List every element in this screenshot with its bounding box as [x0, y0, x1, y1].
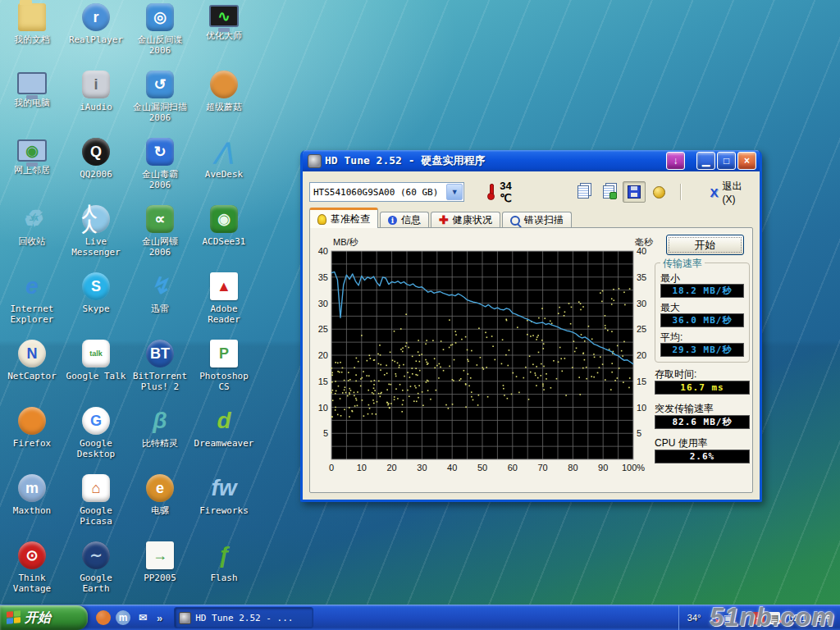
info-icon: i	[388, 216, 397, 225]
desktop-icon-pp2005[interactable]: →PP2005	[128, 541, 192, 609]
download-arrow-button[interactable]: ↓	[666, 152, 685, 170]
hdtune-app-icon	[308, 154, 322, 168]
desktop-icon-bittorrent-plus-2[interactable]: BTBitTorrent Plus! 2	[128, 340, 192, 407]
quicklaunch-mail-icon[interactable]: ✉	[135, 610, 150, 625]
tab-info[interactable]: i信息	[380, 212, 429, 228]
desktop-icon-my-computer[interactable]: 我的电脑	[0, 71, 64, 138]
desktop-icon-fireworks[interactable]: fwFireworks	[192, 474, 256, 541]
desktop-icon-google-desktop[interactable]: GGoogle Desktop	[64, 407, 128, 474]
desktop-icon-label: Skype	[82, 304, 109, 314]
desktop-icon-photoshop-cs[interactable]: PPhotoshop CS	[192, 340, 256, 407]
desktop-icon-google-talk[interactable]: talkGoogle Talk	[64, 340, 128, 407]
tab-health[interactable]: ✚健康状况	[431, 212, 500, 228]
desktop-icon-qq2006[interactable]: QQQ2006	[64, 138, 128, 205]
desktop-icon-label: ACDSee31	[203, 236, 246, 247]
desktop-icon-kingsoft-duba-2006[interactable]: ↻金山毒霸 2006	[128, 138, 192, 205]
desktop-icon-skype[interactable]: SSkype	[64, 272, 128, 340]
svg-text:40: 40	[637, 246, 646, 256]
my-documents-icon	[18, 3, 46, 31]
desktop-icon-internet-explorer[interactable]: eInternet Explorer	[0, 272, 64, 340]
copy-button[interactable]	[572, 181, 595, 203]
desktop-icon-live-messenger[interactable]: 人人Live Messenger	[64, 205, 128, 272]
tab-benchmark[interactable]: 基准检查	[309, 208, 378, 228]
svg-text:30: 30	[318, 299, 328, 308]
desktop-icon-google-picasa[interactable]: ⌂Google Picasa	[64, 474, 128, 541]
network-places-icon: ◉	[17, 139, 47, 162]
desktop-icon-avedesk[interactable]: ⋀AveDesk	[192, 138, 256, 205]
desktop-icon-label: Dreamweaver	[194, 438, 254, 449]
svg-text:MB/秒: MB/秒	[333, 237, 359, 247]
quicklaunch-browser-icon[interactable]	[96, 610, 111, 625]
desktop-icon-firefox[interactable]: Firefox	[0, 407, 64, 474]
desktop-icon-label: 回收站	[19, 236, 46, 247]
quick-launch-chevron-icon[interactable]: »	[157, 612, 162, 624]
desktop-icon-super-mushroom[interactable]: 超级蘑菇	[192, 71, 256, 138]
desktop-icon-iaudio[interactable]: iiAudio	[64, 71, 128, 138]
desktop-icon-realplayer[interactable]: rRealPlayer	[64, 3, 128, 71]
desktop-icon-label: 超级蘑菇	[206, 102, 242, 112]
options-button[interactable]	[648, 181, 671, 203]
minimize-button[interactable]: ▁	[696, 152, 715, 170]
tab-error-scan[interactable]: 错误扫描	[502, 212, 572, 228]
tab-label: 基准检查	[331, 212, 370, 226]
tab-label: 健康状况	[453, 213, 492, 227]
chevron-down-icon[interactable]: ▼	[446, 184, 463, 200]
live-messenger-icon: 人人	[82, 205, 110, 233]
svg-text:35: 35	[637, 272, 646, 282]
thinkvantage-icon: ⊙	[18, 541, 46, 569]
desktop-icon-label: 迅雷	[151, 304, 169, 314]
bulb-icon	[317, 214, 326, 225]
desktop-icon-xunlei[interactable]: ↯迅雷	[128, 272, 192, 340]
desktop-icon-google-earth[interactable]: ∼Google Earth	[64, 541, 128, 609]
my-computer-icon	[17, 72, 47, 94]
tab-label: 错误扫描	[524, 213, 564, 227]
photoshop-cs-icon: P	[210, 340, 238, 368]
burst-rate-value: 82.6 MB/秒	[655, 415, 750, 429]
avedesk-icon: ⋀	[210, 138, 238, 166]
desktop-icon-kingsoft-antispy-2006[interactable]: ◎金山反间谍 2006	[128, 3, 192, 71]
drive-select-combo[interactable]: HTS541060G9SA00 (60 GB) ▼	[309, 182, 464, 202]
quicklaunch-maxthon-icon[interactable]: m	[116, 610, 130, 625]
start-menu-button[interactable]: 开始	[0, 605, 88, 630]
desktop-icon-label: Google Desktop	[77, 438, 115, 459]
tools-icon	[653, 186, 665, 199]
titlebar[interactable]: HD Tune 2.52 - 硬盘实用程序 ↓▁□×	[303, 150, 760, 171]
desktop-icon-label: 电骡	[151, 505, 169, 516]
desktop-icon-flash[interactable]: ƒFlash	[192, 541, 256, 609]
desktop-icon-emule[interactable]: e电骡	[128, 474, 192, 541]
desktop-icon-network-places[interactable]: ◉网上邻居	[0, 138, 64, 205]
maxthon-icon: m	[18, 474, 46, 502]
hdtune-window: HD Tune 2.52 - 硬盘实用程序 ↓▁□× HTS541060G9SA…	[300, 150, 762, 502]
save-button[interactable]	[623, 181, 646, 203]
svg-text:15: 15	[318, 377, 328, 386]
desktop-icon-kingsoft-wangbiao-2006[interactable]: ∝金山网镖 2006	[128, 205, 192, 272]
svg-text:20: 20	[637, 350, 646, 360]
svg-text:30: 30	[637, 299, 646, 308]
hdtune-task-button[interactable]: HD Tune 2.52 - ...	[174, 607, 313, 628]
desktop-icon-recycle-bin[interactable]: ♻回收站	[0, 205, 64, 272]
exit-button[interactable]: X 退出(X)	[705, 178, 753, 207]
svg-text:10: 10	[357, 463, 367, 472]
desktop-icon-adobe-reader[interactable]: ▲Adobe Reader	[192, 272, 256, 340]
desktop-icon-dreamweaver[interactable]: dDreamweaver	[192, 407, 256, 474]
maximize-button[interactable]: □	[717, 152, 736, 170]
desktop-icon-maxthon[interactable]: mMaxthon	[0, 474, 64, 541]
desktop-icon-thinkvantage[interactable]: ⊙Think Vantage	[0, 541, 64, 609]
svg-text:40: 40	[318, 246, 328, 256]
desktop-icon-label: Fireworks	[199, 505, 249, 516]
desktop-icon-label: Google Picasa	[80, 505, 112, 527]
desktop-icon-my-documents[interactable]: 我的文档	[0, 3, 64, 71]
svg-text:40: 40	[447, 463, 457, 472]
close-button[interactable]: ×	[737, 152, 756, 170]
hdtune-task-icon	[179, 612, 191, 624]
cpu-usage-value: 2.6%	[655, 450, 750, 463]
desktop-icon-label: Flash	[210, 573, 237, 583]
desktop-icon-youhua-dashi[interactable]: ∿优化大师	[192, 3, 256, 71]
desktop-icon-kingsoft-vuln-scan-2006[interactable]: ↺金山漏洞扫描 2006	[128, 71, 192, 138]
desktop-icon-bitspirit[interactable]: β比特精灵	[128, 407, 192, 474]
copy-image-button[interactable]	[597, 181, 620, 203]
desktop-icon-netcaptor[interactable]: NNetCaptor	[0, 340, 64, 407]
start-benchmark-button[interactable]: 开始	[666, 235, 744, 255]
desktop-icon-label: PP2005	[144, 573, 176, 583]
desktop-icon-acdsee31[interactable]: ◉ACDSee31	[192, 205, 256, 272]
